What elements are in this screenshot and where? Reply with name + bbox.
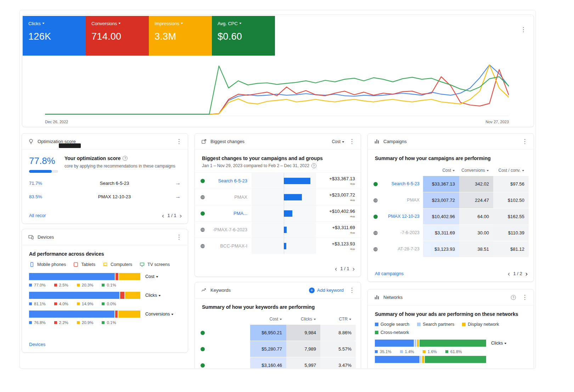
timeseries-svg	[45, 60, 509, 116]
column-header-cost[interactable]: Cost▼	[423, 168, 459, 173]
cost-cell: $10,402.96	[423, 209, 459, 225]
devices-link[interactable]: Devices	[29, 342, 45, 347]
optimization-progress-bar	[29, 170, 58, 173]
campaign-link[interactable]: AT-28-7-23	[378, 246, 423, 252]
chevron-right-icon[interactable]: ›	[179, 212, 183, 219]
networks-bar-clicks: Clicks▼ 35.1% 1.4% 1.6% 61.8%	[375, 340, 527, 354]
campaign-link[interactable]: PMAX 12-10-23	[378, 214, 423, 220]
metric-tab-avg-cpc[interactable]: Avg. CPC▼ $0.60	[212, 16, 275, 56]
table-row[interactable]: PMAX 12-10-23 $10,402.96 64.00 $162.55	[368, 209, 529, 225]
status-icon	[373, 231, 378, 235]
campaign-link[interactable]: -7-6-2023	[378, 230, 423, 236]
all-campaigns-link[interactable]: All campaigns	[375, 271, 404, 276]
campaign-link[interactable]: PMAX	[378, 198, 423, 203]
chevron-down-icon: ▼	[313, 318, 317, 320]
arrow-right-icon[interactable]: →	[175, 193, 181, 200]
more-options-icon[interactable]: ⋮	[347, 286, 356, 295]
metric-selector[interactable]: Clicks▼	[145, 293, 181, 298]
table-header: Cost▼ Conversions▼ Cost / conv.▼	[368, 165, 534, 176]
arrow-right-icon[interactable]: →	[175, 180, 181, 186]
stacked-bar	[29, 292, 140, 299]
campaign-link[interactable]: PMA...	[205, 211, 252, 216]
cost-conv-cell: $110.39	[493, 225, 529, 241]
metric-value: 714.00	[91, 31, 143, 42]
table-row[interactable]: $6,950.21 9,984 8.86%	[195, 325, 356, 341]
metric-tab-clicks[interactable]: Clicks▼ 126K	[23, 16, 86, 56]
legend-item-display-network: Display network	[462, 322, 499, 327]
column-header-cost[interactable]: Cost▼	[250, 317, 286, 322]
metric-selector[interactable]: Cost▼	[145, 274, 181, 279]
networks-card: Networks ? ⋮ Summary of how your ads are…	[367, 289, 534, 369]
legend-swatch	[375, 350, 378, 353]
legend-item-tv: TV screens	[139, 262, 170, 267]
table-row[interactable]: $5,280.77 7,989 5.57%	[195, 341, 356, 357]
more-options-icon[interactable]: ⋮	[520, 137, 529, 146]
metric-tab-conversions[interactable]: Conversions▼ 714.00	[86, 16, 149, 56]
optimization-row[interactable]: 83.5% PMAX 12-10-23 →	[22, 190, 188, 203]
column-header-clicks[interactable]: Clicks▼	[286, 317, 320, 322]
more-options-icon[interactable]: ⋮	[174, 233, 184, 242]
help-icon[interactable]: ?	[311, 163, 316, 168]
keywords-table: $6,950.21 9,984 8.86% $5,280.77 7,989 5.…	[195, 325, 361, 369]
chevron-right-icon[interactable]: ›	[351, 265, 356, 272]
more-options-icon[interactable]: ⋮	[174, 137, 184, 146]
chevron-left-icon[interactable]: ‹	[334, 265, 338, 272]
ctr-cell: 5.57%	[320, 341, 356, 357]
metric-label: Conversions	[91, 21, 117, 26]
campaigns-table: Search 6-5-23 $33,367.13 342.02 $97.56 P…	[368, 176, 534, 257]
help-icon[interactable]: ?	[511, 295, 516, 300]
column-header-cost-conv[interactable]: Cost / conv.▼	[493, 168, 529, 173]
metric-label: Clicks	[28, 21, 41, 26]
card-title: Devices	[38, 234, 54, 240]
clicks-cell: 9,984	[286, 325, 320, 341]
cost-cell: $6,950.21	[250, 325, 286, 341]
table-row[interactable]: PMAX $23,007.72 224.47 $102.50	[368, 192, 529, 209]
chevron-down-icon: ▼	[452, 169, 456, 172]
change-delta: +∞	[316, 198, 355, 202]
metric-selector[interactable]: Conversions▼	[145, 312, 181, 317]
metric-selector[interactable]: Clicks▼	[491, 341, 527, 346]
optimization-row[interactable]: 71.7% Search 6-5-23 →	[22, 176, 188, 190]
campaign-link[interactable]: Search 6-5-23	[378, 181, 423, 187]
campaign-link[interactable]: -PMAX-7-6-2023	[205, 227, 252, 232]
chevron-right-icon[interactable]: ›	[524, 270, 529, 277]
campaign-link[interactable]: PMAX	[205, 194, 252, 200]
change-amount: +$3,123.93	[316, 241, 355, 246]
help-icon[interactable]: ?	[123, 156, 128, 161]
change-row: -PMAX-7-6-2023 +$3,311.69+∞	[195, 221, 361, 238]
chevron-left-icon[interactable]: ‹	[161, 212, 165, 219]
all-recommendations-link[interactable]: All recor	[29, 213, 46, 218]
more-options-icon[interactable]: ⋮	[520, 293, 529, 302]
redaction-artifact	[59, 143, 81, 148]
stacked-bar	[29, 311, 140, 318]
bar-values: 77.0% 2.5% 20.3% 0.1%	[29, 283, 140, 287]
devices-bar-group-conversions: Conversions▼ 76.8% 2.2% 20.9% 0.1%	[22, 311, 188, 325]
more-options-icon[interactable]: ⋮	[519, 25, 528, 34]
devices-icon	[28, 234, 34, 240]
change-row: PMAX +$23,007.72+∞	[195, 189, 361, 205]
add-keyword-button[interactable]: + Add keyword	[309, 288, 344, 293]
table-row[interactable]: AT-28-7-23 $3,123.93 38.51 $81.12	[368, 241, 529, 257]
column-header-conversions[interactable]: Conversions▼	[459, 168, 493, 173]
table-row[interactable]: $3,160.46 5,997 3.47%	[195, 357, 356, 369]
metric-tab-impressions[interactable]: Impressions▼ 3.3M	[149, 16, 212, 56]
change-bar-track	[252, 238, 316, 254]
chevron-left-icon[interactable]: ‹	[507, 270, 511, 277]
chevron-down-icon: ▼	[180, 22, 184, 24]
status-icon	[201, 179, 205, 183]
metric-selector[interactable]: Cost▼	[332, 139, 344, 144]
page-indicator: 1 / 2	[513, 271, 522, 276]
change-bar-track	[252, 205, 316, 221]
campaign-link[interactable]: Search 6-5-23	[205, 178, 252, 183]
ctr-cell: 3.47%	[320, 357, 356, 369]
more-options-icon[interactable]: ⋮	[347, 137, 356, 146]
table-row[interactable]: Search 6-5-23 $33,367.13 342.02 $97.56	[368, 176, 529, 192]
change-amount: +$23,007.72	[316, 192, 355, 198]
timeseries-chart[interactable]	[45, 60, 509, 116]
campaign-score: 71.7%	[29, 181, 54, 186]
column-header-ctr[interactable]: CTR▼	[320, 317, 356, 322]
networks-legend: Google search Search partners Display ne…	[368, 320, 534, 335]
campaign-link[interactable]: BCC-PMAX-I	[205, 243, 252, 249]
table-row[interactable]: -7-6-2023 $3,311.69 30.00 $110.39	[368, 225, 529, 241]
legend-swatch	[77, 302, 80, 305]
